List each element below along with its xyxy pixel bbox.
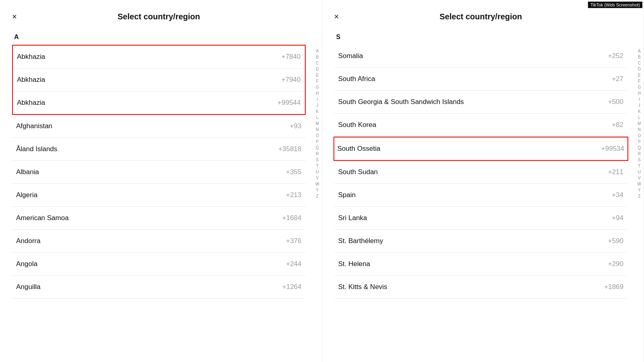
country-item[interactable]: Albania+355 — [12, 161, 306, 184]
alphabet-letter[interactable]: T — [637, 163, 642, 169]
country-code: +82 — [612, 121, 623, 129]
country-code: +1684 — [282, 214, 302, 222]
alphabet-letter[interactable]: T — [315, 163, 320, 169]
left-country-list: Afghanistan+93Åland Islands+35818Albania… — [12, 115, 306, 299]
alphabet-letter[interactable]: K — [637, 109, 642, 114]
alphabet-letter[interactable]: U — [637, 169, 642, 175]
country-name: South Georgia & South Sandwich Islands — [338, 98, 464, 106]
right-country-list: Somalia+252South Africa+27South Georgia … — [334, 45, 628, 299]
alphabet-letter[interactable]: Q — [315, 145, 320, 151]
country-item[interactable]: Åland Islands+35818 — [12, 138, 306, 161]
country-name: Abkhazia — [17, 99, 45, 107]
alphabet-letter[interactable]: O — [315, 133, 320, 139]
country-name: Algeria — [16, 191, 38, 199]
alphabet-letter[interactable]: H — [315, 91, 320, 96]
country-item[interactable]: Abkhazia+7940 — [13, 69, 305, 92]
country-item[interactable]: Algeria+213 — [12, 184, 306, 207]
country-item[interactable]: Angola+244 — [12, 253, 306, 276]
alphabet-letter[interactable]: M — [637, 121, 642, 127]
country-name: St. Kitts & Nevis — [338, 283, 388, 291]
alphabet-letter[interactable]: F — [315, 79, 320, 84]
alphabet-letter[interactable]: V — [637, 175, 642, 181]
alphabet-letter[interactable]: P — [315, 139, 320, 145]
country-item[interactable]: Abkhazia+7840 — [13, 46, 305, 69]
alphabet-letter[interactable]: M — [315, 121, 320, 127]
country-code: +290 — [608, 260, 623, 268]
country-item[interactable]: South Africa+27 — [334, 68, 628, 91]
alphabet-letter[interactable]: S — [315, 157, 320, 163]
country-item[interactable]: Sri Lanka+94 — [334, 207, 628, 230]
country-item[interactable]: South Ossetia+99534 — [333, 137, 629, 161]
alphabet-letter[interactable]: L — [315, 115, 320, 121]
alphabet-letter[interactable]: E — [637, 73, 642, 78]
alphabet-letter[interactable]: D — [637, 67, 642, 72]
alphabet-letter[interactable]: U — [315, 169, 320, 175]
alphabet-letter[interactable]: K — [315, 109, 320, 114]
alphabet-letter[interactable]: Y — [315, 187, 320, 193]
country-code: +500 — [608, 98, 623, 106]
alphabet-letter[interactable]: S — [637, 157, 642, 163]
country-item[interactable]: Abkhazia+99544 — [13, 92, 305, 114]
alphabet-letter[interactable]: V — [315, 175, 320, 181]
country-name: South Sudan — [338, 168, 378, 176]
country-name: South Ossetia — [338, 145, 381, 153]
country-item[interactable]: Afghanistan+93 — [12, 115, 306, 138]
alphabet-letter[interactable]: Z — [637, 193, 642, 199]
alphabet-letter[interactable]: J — [315, 103, 320, 108]
country-code: +7840 — [281, 53, 301, 61]
alphabet-letter[interactable]: R — [637, 151, 642, 157]
country-item[interactable]: South Sudan+211 — [334, 161, 628, 184]
country-name: Abkhazia — [17, 76, 45, 84]
alphabet-letter[interactable]: Y — [637, 187, 642, 193]
country-item[interactable]: St. Barthélemy+590 — [334, 230, 628, 253]
alphabet-letter[interactable]: W — [637, 181, 642, 187]
alphabet-letter[interactable]: O — [637, 133, 642, 139]
alphabet-letter[interactable]: G — [315, 85, 320, 90]
right-panel-title: Select country/region — [334, 12, 628, 21]
alphabet-letter[interactable]: I — [637, 97, 642, 102]
alphabet-letter[interactable]: W — [315, 181, 320, 187]
alphabet-letter[interactable]: L — [637, 115, 642, 121]
alphabet-letter[interactable]: I — [315, 97, 320, 102]
country-item[interactable]: Anguilla+1264 — [12, 276, 306, 299]
alphabet-letter[interactable]: Q — [637, 145, 642, 151]
alphabet-letter[interactable]: R — [315, 151, 320, 157]
country-item[interactable]: Spain+34 — [334, 184, 628, 207]
country-item[interactable]: Somalia+252 — [334, 45, 628, 68]
country-item[interactable]: American Samoa+1684 — [12, 207, 306, 230]
alphabet-letter[interactable]: A — [637, 48, 642, 54]
alphabet-letter[interactable]: G — [637, 85, 642, 90]
country-code: +1869 — [604, 283, 623, 291]
alphabet-letter[interactable]: F — [637, 79, 642, 84]
left-panel-title: Select country/region — [12, 12, 306, 21]
left-panel-header: × Select country/region — [12, 12, 306, 21]
country-code: +1264 — [282, 283, 302, 291]
country-item[interactable]: St. Helena+290 — [334, 253, 628, 276]
country-name: Angola — [16, 260, 38, 268]
alphabet-letter[interactable]: A — [315, 48, 320, 54]
alphabet-letter[interactable]: B — [637, 54, 642, 60]
left-highlighted-group: Abkhazia+7840Abkhazia+7940Abkhazia+99544 — [12, 45, 306, 115]
alphabet-letter[interactable]: J — [637, 103, 642, 108]
alphabet-letter[interactable]: D — [315, 67, 320, 72]
country-code: +99544 — [277, 99, 300, 107]
alphabet-letter[interactable]: N — [315, 127, 320, 133]
alphabet-letter[interactable]: P — [637, 139, 642, 145]
alphabet-letter[interactable]: C — [637, 60, 642, 66]
left-close-button[interactable]: × — [12, 12, 17, 21]
country-item[interactable]: Andorra+376 — [12, 230, 306, 253]
alphabet-letter[interactable]: N — [637, 127, 642, 133]
alphabet-letter[interactable]: B — [315, 54, 320, 60]
country-name: Andorra — [16, 237, 40, 245]
alphabet-letter[interactable]: Z — [315, 193, 320, 199]
alphabet-letter[interactable]: C — [315, 60, 320, 66]
right-close-button[interactable]: × — [334, 12, 339, 21]
country-code: +244 — [286, 260, 301, 268]
right-alphabet-nav: ABCDEFGHIJKLMNOPQRSTUVWYZ — [637, 48, 642, 199]
country-item[interactable]: South Korea+82 — [334, 114, 628, 137]
country-item[interactable]: St. Kitts & Nevis+1869 — [334, 276, 628, 299]
country-name: South Africa — [338, 75, 375, 83]
alphabet-letter[interactable]: E — [315, 73, 320, 78]
country-item[interactable]: South Georgia & South Sandwich Islands+5… — [334, 91, 628, 114]
alphabet-letter[interactable]: H — [637, 91, 642, 96]
